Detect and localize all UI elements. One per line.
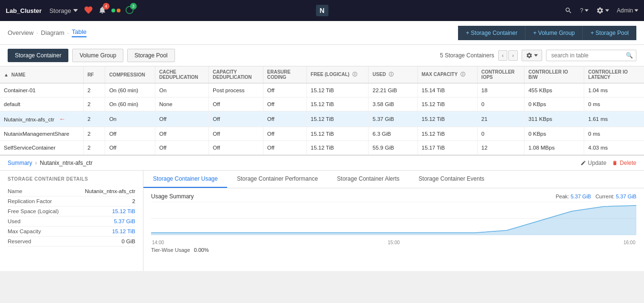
summary-breadcrumb: Summary › Nutanix_ntnx-afs_ctr Update De… bbox=[0, 156, 644, 171]
detail-rf: Replication Factor 2 bbox=[8, 196, 135, 206]
chart-content: Usage Summary Peak: 5.37 GiB Current: 5.… bbox=[143, 188, 644, 271]
container-count: 5 Storage Containers bbox=[440, 52, 494, 59]
bottom-section: Summary › Nutanix_ntnx-afs_ctr Update De… bbox=[0, 155, 644, 271]
summary-selected-name: Nutanix_ntnx-afs_ctr bbox=[40, 160, 92, 166]
heart-icon bbox=[84, 5, 93, 15]
tab-usage[interactable]: Storage Container Usage bbox=[143, 171, 227, 188]
column-settings-button[interactable] bbox=[522, 50, 542, 61]
module-label: Storage bbox=[49, 7, 71, 14]
cell-erasure: Off bbox=[263, 111, 306, 127]
breadcrumb-actions: + Storage Container + Volume Group + Sto… bbox=[458, 26, 636, 40]
admin-chevron-icon bbox=[634, 9, 638, 12]
tier-value: 0.00% bbox=[194, 247, 209, 253]
cell-erasure: Off bbox=[263, 141, 306, 155]
th-max-capacity[interactable]: MAX CAPACITY ⓘ bbox=[417, 66, 477, 83]
th-cap-dedup[interactable]: CAPACITYDEDUPLICATION bbox=[209, 66, 263, 83]
cell-controller-iops: 0 bbox=[477, 127, 524, 141]
status-dots bbox=[111, 9, 120, 12]
table-row[interactable]: Nutanix_ntnx-afs_ctr ←2OnOffOffOff15.12 … bbox=[0, 111, 644, 127]
tab-volume-group[interactable]: Volume Group bbox=[72, 49, 123, 62]
cell-cache-dedup: On bbox=[155, 83, 209, 97]
cell-cache-dedup: Off bbox=[155, 111, 209, 127]
th-rf[interactable]: RF bbox=[83, 66, 105, 83]
alert-badge: 4 bbox=[103, 3, 109, 10]
th-controller-bw[interactable]: CONTROLLER IOB/W bbox=[524, 66, 584, 83]
settings-nav-button[interactable] bbox=[596, 7, 609, 14]
cell-rf: 2 bbox=[83, 97, 105, 111]
breadcrumb-table[interactable]: Table bbox=[72, 28, 87, 37]
th-free-logical[interactable]: FREE (LOGICAL) ⓘ bbox=[306, 66, 369, 83]
health-icon-wrap[interactable] bbox=[84, 5, 93, 16]
cell-cache-dedup: None bbox=[155, 97, 209, 111]
search-nav-button[interactable] bbox=[565, 7, 572, 14]
cell-controller-bw: 455 KBps bbox=[524, 83, 584, 97]
help-chevron-icon bbox=[585, 9, 589, 12]
tab-events[interactable]: Storage Container Events bbox=[409, 171, 494, 188]
details-panel: STORAGE CONTAINER DETAILS Name Nutanix_n… bbox=[0, 171, 143, 271]
summary-link[interactable]: Summary bbox=[8, 160, 32, 166]
cell-cap-dedup: Off bbox=[209, 141, 263, 155]
cell-rf: 2 bbox=[83, 141, 105, 155]
cell-max-capacity: 15.17 TiB bbox=[417, 141, 477, 155]
alert-icon-wrap[interactable]: 4 bbox=[98, 6, 107, 16]
detail-name: Name Nutanix_ntnx-afs_ctr bbox=[8, 186, 135, 196]
summary-actions: Update Delete bbox=[580, 160, 636, 166]
delete-button[interactable]: Delete bbox=[612, 160, 636, 166]
breadcrumb-diagram[interactable]: Diagram bbox=[41, 29, 65, 36]
th-controller-latency[interactable]: CONTROLLER IOLATENCY bbox=[584, 66, 644, 83]
table-row[interactable]: SelfServiceContainer2OffOffOffOff15.12 T… bbox=[0, 141, 644, 155]
toolbar: Storage Container Volume Group Storage P… bbox=[0, 45, 644, 66]
breadcrumb-overview[interactable]: Overview bbox=[8, 29, 33, 36]
cell-compression: Off bbox=[105, 127, 155, 141]
tab-performance[interactable]: Storage Container Performance bbox=[227, 171, 327, 188]
bottom-content: STORAGE CONTAINER DETAILS Name Nutanix_n… bbox=[0, 171, 644, 271]
th-name[interactable]: ▲ NAME bbox=[0, 66, 83, 83]
th-controller-iops[interactable]: CONTROLLERIOPS bbox=[477, 66, 524, 83]
tab-alerts[interactable]: Storage Container Alerts bbox=[327, 171, 409, 188]
details-title: STORAGE CONTAINER DETAILS bbox=[8, 176, 135, 182]
tab-storage-pool[interactable]: Storage Pool bbox=[127, 49, 175, 62]
logo: N bbox=[316, 5, 328, 16]
table-row[interactable]: Container-012On (60 min)OnPost processOf… bbox=[0, 83, 644, 97]
tier-wise-row: Tier-Wise Usage 0.00% bbox=[151, 247, 636, 253]
charts-area: Storage Container Usage Storage Containe… bbox=[143, 171, 644, 271]
column-settings-chevron bbox=[534, 54, 538, 57]
tasks-icon-wrap[interactable]: 3 bbox=[125, 6, 134, 16]
update-button[interactable]: Update bbox=[580, 160, 607, 166]
th-cache-dedup[interactable]: CACHEDEDUPLICATION bbox=[155, 66, 209, 83]
cell-used: 6.3 GiB bbox=[369, 127, 417, 141]
add-storage-pool-button[interactable]: + Storage Pool bbox=[583, 26, 636, 40]
cluster-name[interactable]: Lab_Cluster bbox=[6, 7, 42, 14]
tab-storage-container[interactable]: Storage Container bbox=[8, 49, 68, 62]
cell-controller-bw: 0 KBps bbox=[524, 97, 584, 111]
next-page-button[interactable]: › bbox=[508, 50, 518, 61]
search-input[interactable] bbox=[549, 50, 626, 61]
table-body: Container-012On (60 min)OnPost processOf… bbox=[0, 83, 644, 155]
main-table: ▲ NAME RF COMPRESSION CACHEDEDUPLICATION… bbox=[0, 66, 644, 155]
detail-free: Free Space (Logical) 15.12 TiB bbox=[8, 206, 135, 216]
th-compression[interactable]: COMPRESSION bbox=[105, 66, 155, 83]
usage-chart bbox=[151, 202, 636, 240]
add-storage-container-button[interactable]: + Storage Container bbox=[458, 26, 525, 40]
cell-cache-dedup: Off bbox=[155, 127, 209, 141]
table-row[interactable]: NutanixManagementShare2OffOffOffOff15.12… bbox=[0, 127, 644, 141]
cell-used: 55.9 GiB bbox=[369, 141, 417, 155]
cell-compression: On bbox=[105, 111, 155, 127]
cell-compression: On (60 min) bbox=[105, 83, 155, 97]
gear-icon bbox=[596, 7, 604, 14]
help-button[interactable]: ? bbox=[580, 7, 589, 14]
th-used[interactable]: USED ⓘ bbox=[369, 66, 417, 83]
th-erasure[interactable]: ERASURECODING bbox=[263, 66, 306, 83]
admin-button[interactable]: Admin bbox=[617, 7, 638, 14]
cell-rf: 2 bbox=[83, 111, 105, 127]
cell-cap-dedup: Off bbox=[209, 111, 263, 127]
add-volume-group-button[interactable]: + Volume Group bbox=[525, 26, 583, 40]
cell-compression: On (60 min) bbox=[105, 97, 155, 111]
module-selector[interactable]: Storage bbox=[49, 7, 78, 14]
table-row[interactable]: default2On (60 min)NoneOffOff15.12 TiB3.… bbox=[0, 97, 644, 111]
logo-box: N bbox=[316, 5, 328, 16]
table-header: ▲ NAME RF COMPRESSION CACHEDEDUPLICATION… bbox=[0, 66, 644, 83]
prev-page-button[interactable]: ‹ bbox=[498, 50, 508, 61]
cell-name: SelfServiceContainer bbox=[0, 141, 83, 155]
cell-controller-latency: 0 ms bbox=[584, 97, 644, 111]
